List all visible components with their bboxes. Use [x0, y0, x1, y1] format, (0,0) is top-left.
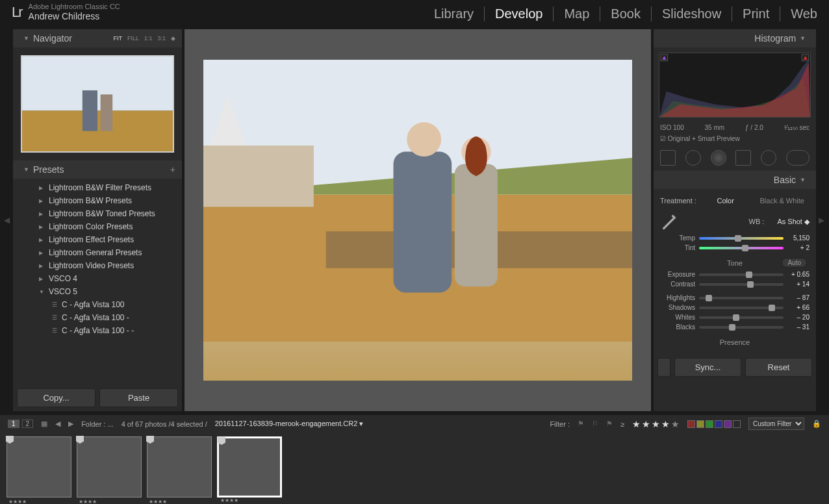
color-blue[interactable] [715, 420, 722, 428]
preset-folder[interactable]: Lightroom Effect Presets [13, 233, 182, 246]
tint-slider[interactable] [699, 247, 784, 249]
flag-filter-unflagged-icon[interactable]: ⚐ [592, 420, 598, 428]
custom-filter-dropdown[interactable]: Custom Filter [748, 418, 804, 430]
next-photo-icon[interactable]: ▶ [68, 420, 73, 428]
preset-item[interactable]: C - Agfa Vista 100 [13, 298, 182, 311]
presets-header[interactable]: ▼ Presets + [13, 160, 182, 179]
presets-list: Lightroom B&W Filter Presets Lightroom B… [13, 179, 182, 384]
filter-lock-icon[interactable]: 🔒 [812, 420, 821, 428]
preset-item[interactable]: C - Agfa Vista 100 - - [13, 324, 182, 337]
basic-header[interactable]: Basic ▼ [654, 171, 816, 189]
preset-folder[interactable]: VSCO 4 [13, 272, 182, 285]
folder-label[interactable]: Folder : ... [81, 420, 114, 428]
reset-button[interactable]: Reset [745, 358, 812, 377]
preset-folder[interactable]: Lightroom B&W Filter Presets [13, 181, 182, 194]
svg-point-11 [407, 122, 441, 157]
right-collapse-handle[interactable]: ▶ [819, 29, 825, 411]
rating-gte-icon[interactable]: ≥ [620, 420, 624, 428]
zoom-fill[interactable]: FILL [127, 35, 139, 42]
filmstrip-thumb-selected[interactable]: ★★★★ [217, 436, 282, 498]
grad-filter-icon[interactable] [735, 150, 751, 166]
contrast-value[interactable]: + 14 [784, 281, 810, 288]
shadows-slider[interactable] [699, 307, 784, 309]
exposure-slider[interactable] [699, 273, 784, 276]
color-yellow[interactable] [696, 420, 704, 428]
filmstrip-thumb[interactable]: ★★★★ [147, 436, 212, 498]
left-collapse-handle[interactable]: ◀ [4, 29, 10, 411]
preset-item[interactable]: C - Agfa Vista 100 - [13, 311, 182, 324]
highlights-slider[interactable] [699, 297, 784, 299]
contrast-slider[interactable] [699, 283, 784, 286]
zoom-fit[interactable]: FIT [113, 35, 122, 42]
module-map[interactable]: Map [554, 6, 600, 21]
wb-dropdown[interactable]: As Shot ◆ [777, 218, 810, 226]
redeye-tool-icon[interactable] [711, 150, 726, 166]
prev-photo-icon[interactable]: ◀ [55, 420, 60, 428]
filmstrip-toolbar: 1 2 ▦ ◀ ▶ Folder : ... 4 of 67 photos /4… [0, 415, 829, 433]
grid-icon[interactable]: ▦ [41, 420, 47, 428]
current-filename[interactable]: 20161127-163839-merook-engagement.CR2 ▾ [215, 420, 364, 428]
brush-tool-icon[interactable] [786, 150, 810, 166]
zoom-1to1[interactable]: 1:1 [144, 35, 153, 42]
sync-button[interactable]: Sync... [674, 358, 741, 377]
tint-value[interactable]: + 2 [784, 244, 810, 251]
preset-folder[interactable]: Lightroom Video Presets [13, 259, 182, 272]
temp-slider[interactable] [699, 237, 784, 240]
spot-removal-icon[interactable] [685, 150, 701, 166]
flag-icon[interactable] [76, 436, 84, 444]
paste-button[interactable]: Paste [99, 388, 178, 407]
zoom-3to1[interactable]: 3:1 [157, 35, 166, 42]
shadows-value[interactable]: + 66 [784, 304, 810, 311]
zoom-stepper-icon[interactable]: ◆ [171, 35, 175, 42]
radial-filter-icon[interactable] [761, 150, 776, 166]
navigator-thumbnail[interactable] [21, 55, 174, 153]
crop-tool-icon[interactable] [660, 150, 676, 166]
copy-button[interactable]: Copy... [17, 388, 96, 407]
whites-value[interactable]: – 20 [784, 314, 810, 321]
color-red[interactable] [687, 420, 695, 428]
color-none[interactable] [733, 420, 741, 428]
sync-switch-icon[interactable] [657, 358, 670, 377]
preset-folder[interactable]: Lightroom B&W Presets [13, 194, 182, 207]
flag-filter-picked-icon[interactable]: ⚑ [578, 420, 584, 428]
highlights-value[interactable]: – 87 [784, 294, 810, 301]
blacks-value[interactable]: – 31 [784, 323, 810, 331]
add-preset-icon[interactable]: + [170, 164, 175, 175]
preset-folder-open[interactable]: VSCO 5 [13, 285, 182, 298]
treatment-bw[interactable]: Black & White [755, 197, 810, 205]
filmstrip-thumb[interactable]: ★★★★ [77, 436, 142, 498]
monitor-1-button[interactable]: 1 [8, 420, 19, 428]
color-purple[interactable] [724, 420, 732, 428]
module-slideshow[interactable]: Slideshow [652, 6, 732, 21]
flag-filter-rejected-icon[interactable]: ⚑ [606, 420, 613, 428]
treatment-color[interactable]: Color [712, 197, 739, 205]
blacks-slider[interactable] [699, 326, 784, 329]
histogram-graph[interactable] [659, 53, 811, 118]
rating-filter[interactable]: ★★★★★ [632, 419, 680, 429]
preset-folder[interactable]: Lightroom General Presets [13, 246, 182, 259]
preset-folder[interactable]: Lightroom Color Presets [13, 220, 182, 233]
preview-checkbox-icon[interactable]: ☑ [660, 135, 668, 142]
module-develop[interactable]: Develop [485, 6, 554, 21]
whites-slider[interactable] [699, 316, 784, 319]
flag-icon[interactable] [218, 437, 225, 445]
filmstrip-thumb[interactable]: ★★★★ [6, 436, 71, 498]
top-bar: Lr Adobe Lightroom Classic CC Andrew Chi… [0, 0, 829, 25]
monitor-2-button[interactable]: 2 [22, 420, 34, 428]
module-web[interactable]: Web [780, 6, 817, 21]
flag-icon[interactable] [146, 436, 154, 444]
module-book[interactable]: Book [600, 6, 652, 21]
loupe-view[interactable] [185, 29, 651, 411]
color-green[interactable] [706, 420, 713, 428]
auto-tone-button[interactable]: Auto [782, 258, 807, 268]
exposure-value[interactable]: + 0.65 [784, 271, 810, 278]
preset-folder[interactable]: Lightroom B&W Toned Presets [13, 207, 182, 220]
module-library[interactable]: Library [424, 6, 485, 21]
module-print[interactable]: Print [732, 6, 780, 21]
temp-value[interactable]: 5,150 [784, 234, 810, 242]
eyedropper-icon[interactable] [660, 212, 678, 231]
navigator-header[interactable]: ▼ Navigator FIT FILL 1:1 3:1 ◆ [13, 29, 182, 47]
histogram-header[interactable]: Histogram ▼ [654, 29, 816, 47]
filmstrip[interactable]: ★★★★ ★★★★ ★★★★ ★★★★ [0, 433, 829, 504]
flag-icon[interactable] [6, 436, 14, 444]
